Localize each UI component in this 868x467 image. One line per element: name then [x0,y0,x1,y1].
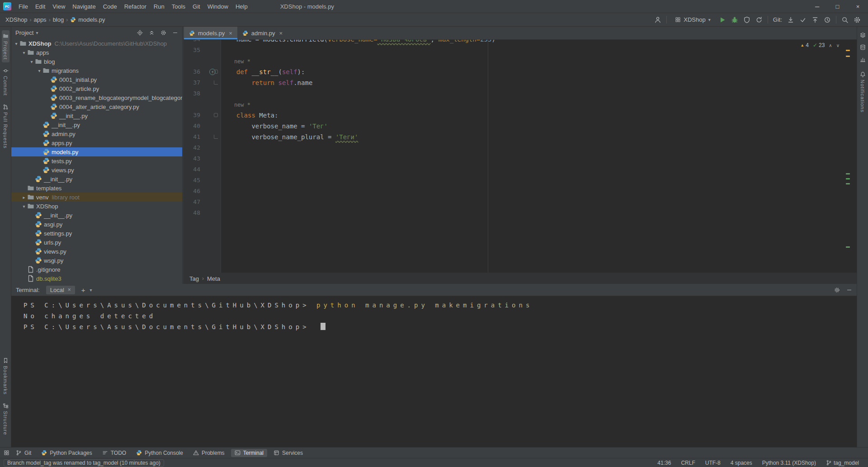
tree-item[interactable]: __init__.py [11,175,182,184]
tree-item[interactable]: 0001_initial.py [11,75,182,84]
coverage-icon[interactable] [743,16,750,24]
menu-file[interactable]: File [15,1,32,12]
run-icon[interactable] [719,16,726,24]
tree-item[interactable]: templates [11,184,182,193]
grid-icon[interactable] [4,450,9,456]
settings-icon[interactable] [834,287,840,293]
code-line[interactable]: 35 [183,45,857,56]
run-configuration-selector[interactable]: XDShop▾ [672,15,713,24]
warnings-indicator[interactable]: ▲4 [800,42,809,48]
code-line[interactable]: 39 class Meta: [183,110,857,121]
line-number[interactable]: 37 [183,77,204,88]
stripe-button-pull-requests[interactable]: Pull Requests [2,101,9,151]
breadcrumb-item[interactable]: blog [53,16,64,23]
close-icon[interactable]: × [68,287,71,293]
line-number[interactable]: 35 [183,45,204,56]
tree-item[interactable]: ▸venvlibrary root [11,193,182,202]
line-number[interactable]: 42 [183,142,204,153]
status-message[interactable]: Branch model_tag was renamed to tag_mode… [4,459,164,467]
line-number[interactable]: 47 [183,197,204,208]
stripe-button-project[interactable]: Project [2,30,9,62]
database-icon[interactable] [860,44,866,50]
toolwindow-button-git[interactable]: Git [12,449,35,457]
code-line[interactable]: 46 [183,186,857,197]
close-button[interactable]: × [848,0,868,13]
code-editor[interactable]: 34 name = models.CharField(verbose_name=… [183,40,857,273]
menu-refactor[interactable]: Refactor [121,1,150,12]
chevron-down-icon[interactable]: ▾ [21,50,27,55]
new-terminal-button[interactable]: + [81,286,85,294]
code-line[interactable]: 37 return self.name [183,77,857,88]
line-number[interactable] [183,99,204,110]
stripe-mark[interactable] [846,56,850,57]
minimize-button[interactable]: ─ [807,0,827,13]
tree-item[interactable]: settings.py [11,229,182,238]
locate-icon[interactable] [137,30,143,36]
code-line[interactable]: 47 [183,197,857,208]
breadcrumb-item[interactable]: models.py [78,16,105,23]
line-number[interactable]: 41 [183,132,204,142]
tree-item[interactable]: ▾apps [11,48,182,57]
menu-code[interactable]: Code [99,1,121,12]
editor-tab-models.py[interactable]: models.py× [184,27,237,39]
status-widget[interactable]: 4 spaces [731,460,752,466]
tree-item[interactable]: __init__.py [11,211,182,220]
line-number[interactable]: 48 [183,208,204,218]
tree-item[interactable]: __init__.py [11,111,182,120]
chevron-down-icon[interactable]: ▾ [13,41,19,46]
hide-icon[interactable] [846,287,852,293]
stripe-button-commit[interactable]: Commit [2,65,9,99]
line-number[interactable]: 43 [183,153,204,164]
breadcrumb-item[interactable]: XDShop [5,16,27,23]
line-number[interactable]: 38 [183,88,204,99]
code-line[interactable]: 36↑ def __str__(self): [183,66,857,77]
tree-item[interactable]: views.py [11,165,182,175]
project-view-selector[interactable]: Project ▾ [15,29,38,36]
prev-problem-button[interactable]: ∧ [829,43,832,48]
stripe-button-structure[interactable]: Structure [2,400,9,438]
editor-breadcrumb-item[interactable]: Tag [189,275,199,282]
chevron-right-icon[interactable]: ▸ [21,195,27,200]
stripe-mark[interactable] [846,246,850,248]
vcs-push-icon[interactable] [811,16,819,24]
tree-item[interactable]: .gitignore [11,265,182,274]
toolwindow-button-python-console[interactable]: Python Console [132,449,187,457]
menu-window[interactable]: Window [204,1,232,12]
code-line[interactable]: 44 [183,164,857,175]
code-line[interactable]: 48 [183,208,857,218]
code-line[interactable]: 38 [183,88,857,99]
tree-item[interactable]: asgi.py [11,220,182,229]
search-everywhere-icon[interactable] [841,16,849,24]
fold-marker[interactable] [214,70,218,74]
fold-marker[interactable] [214,80,218,85]
tree-item[interactable]: 0004_alter_article_category.py [11,102,182,111]
line-number[interactable]: 40 [183,121,204,132]
chevron-down-icon[interactable]: ▾ [36,68,42,73]
editor-breadcrumb-item[interactable]: Meta [207,275,220,282]
terminal-output[interactable]: PS C:\Users\Asus\Documents\GitHub\XDShop… [11,296,857,447]
tree-item[interactable]: apps.py [11,138,182,147]
fold-marker[interactable] [214,113,218,117]
settings-icon[interactable] [160,30,166,36]
stripe-mark[interactable] [846,50,850,51]
tree-item[interactable]: models.py [11,147,182,156]
menu-edit[interactable]: Edit [32,1,49,12]
tree-item[interactable]: ▾migrations [11,66,182,75]
vcs-update-icon[interactable] [787,16,794,24]
tree-item[interactable]: admin.py [11,129,182,138]
line-number[interactable]: 45 [183,175,204,186]
user-icon[interactable] [654,16,661,24]
chart-icon[interactable] [860,57,866,62]
tree-item[interactable]: ▾XDShopC:\Users\Asus\Documents\GitHub\XD… [11,39,182,48]
menu-view[interactable]: View [49,1,69,12]
profiler-icon[interactable] [755,16,763,24]
code-line[interactable]: 41 verbose_name_plural = 'Теги' [183,132,857,142]
tree-item[interactable]: tests.py [11,156,182,165]
line-number[interactable]: 44 [183,164,204,175]
status-widget[interactable]: UTF-8 [705,460,721,466]
status-widget[interactable]: CRLF [681,460,695,466]
tree-item[interactable]: ▾blog [11,57,182,66]
inlay-hint-line[interactable]: new * [183,56,857,66]
menu-help[interactable]: Help [232,1,251,12]
code-line[interactable]: 40 verbose_name = 'Тег' [183,121,857,132]
